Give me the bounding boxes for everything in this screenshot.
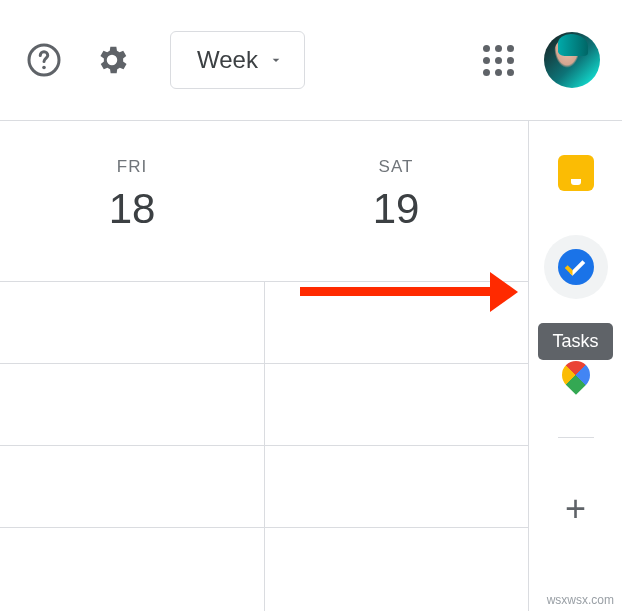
day-name: SAT [264,157,528,177]
keep-icon [558,155,594,191]
tasks-tooltip: Tasks [538,323,612,360]
day-number: 18 [0,185,264,233]
day-name: FRI [0,157,264,177]
time-row [0,363,528,445]
app-header: Week [0,0,622,120]
day-headers-row: FRI 18 SAT 19 [0,121,528,281]
keep-button[interactable] [556,153,596,193]
apps-grid-icon [483,45,514,76]
tasks-icon [558,249,594,285]
watermark: wsxwsx.com [547,593,614,607]
time-row [0,527,528,609]
day-number: 19 [264,185,528,233]
maps-button[interactable] [562,361,590,397]
help-button[interactable] [24,40,64,80]
add-addon-button[interactable]: + [565,488,586,530]
settings-button[interactable] [92,40,132,80]
day-column-fri[interactable]: FRI 18 [0,121,264,281]
header-left-group: Week [24,31,305,89]
day-column-sat[interactable]: SAT 19 [264,121,528,281]
gear-icon [94,42,130,78]
chevron-down-icon [268,52,284,68]
side-panel-divider [558,437,594,438]
apps-button[interactable] [478,40,518,80]
main-content: FRI 18 SAT 19 Tasks + [0,121,622,611]
account-avatar[interactable] [544,32,600,88]
view-label: Week [197,46,258,74]
view-selector[interactable]: Week [170,31,305,89]
time-row [0,445,528,527]
calendar-grid: FRI 18 SAT 19 [0,121,528,611]
header-right-group [478,32,600,88]
help-icon [26,42,62,78]
time-row [0,281,528,363]
time-grid[interactable] [0,281,528,611]
side-panel: Tasks + [528,121,622,611]
tasks-button[interactable] [544,235,608,299]
maps-icon [556,355,596,395]
svg-point-1 [42,66,46,70]
